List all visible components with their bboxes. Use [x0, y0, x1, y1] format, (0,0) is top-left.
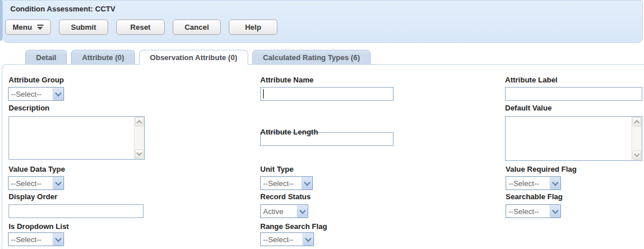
chevron-down-icon[interactable] [53, 177, 63, 189]
menu-dropdown-icon [37, 25, 43, 30]
default-value-textarea-wrapper [505, 116, 642, 161]
attribute-length-label: Attribute Length [260, 128, 318, 136]
default-value-label: Default Value [505, 104, 552, 112]
attribute-label-label: Attribute Label [505, 76, 558, 84]
display-order-label: Display Order [9, 192, 57, 201]
chevron-down-icon[interactable] [53, 88, 63, 100]
chevron-up-icon[interactable] [633, 117, 641, 127]
chevron-down-icon[interactable] [301, 177, 312, 189]
menu-button[interactable]: Menu [5, 19, 51, 35]
value-required-flag-select[interactable]: --Select-- [506, 176, 561, 190]
unit-type-select[interactable]: --Select-- [260, 176, 313, 190]
chevron-down-icon[interactable] [135, 149, 144, 159]
attribute-name-input[interactable] [260, 87, 393, 101]
attribute-group-select[interactable]: --Select-- [8, 87, 64, 101]
display-order-input[interactable] [9, 204, 144, 218]
value-data-type-select[interactable]: --Select-- [8, 176, 64, 190]
is-dropdown-list-select[interactable]: --Select-- [8, 232, 64, 246]
tab-calculated-rating-types[interactable]: Calculated Rating Types (6) [252, 50, 371, 64]
reset-button[interactable]: Reset [116, 19, 165, 35]
tab-attribute[interactable]: Attribute (0) [71, 50, 135, 64]
is-dropdown-list-select-value: --Select-- [11, 235, 41, 244]
is-dropdown-list-label: Is Dropdown List [9, 222, 69, 231]
help-button[interactable]: Help [229, 19, 277, 35]
description-textarea[interactable] [9, 117, 134, 159]
tab-observation-attribute[interactable]: Observation Attribute (0) [139, 50, 248, 65]
chevron-up-icon[interactable] [135, 117, 144, 127]
submit-button[interactable]: Submit [59, 19, 108, 35]
chevron-down-icon[interactable] [53, 233, 63, 246]
searchable-flag-label: Searchable Flag [506, 192, 563, 201]
unit-type-select-value: --Select-- [263, 179, 293, 188]
value-required-flag-select-value: --Select-- [508, 179, 539, 188]
tab-bar: Detail Attribute (0) Observation Attribu… [25, 50, 371, 64]
chevron-down-icon[interactable] [303, 233, 313, 246]
value-data-type-label: Value Data Type [9, 165, 65, 173]
record-status-select[interactable]: Active [260, 204, 308, 218]
record-status-label: Record Status [260, 192, 311, 201]
record-status-select-value: Active [263, 207, 283, 216]
range-search-flag-select-value: --Select-- [263, 235, 293, 244]
range-search-flag-select[interactable]: --Select-- [260, 232, 314, 246]
toolbar: Menu Submit Reset Cancel Help [5, 19, 277, 35]
header-panel: Condition Assessment: CCTV Menu Submit R… [2, 0, 643, 43]
range-search-flag-label: Range Search Flag [260, 222, 327, 231]
chevron-down-icon[interactable] [550, 205, 560, 218]
searchable-flag-select-value: --Select-- [508, 207, 539, 216]
menu-button-label: Menu [13, 23, 32, 31]
unit-type-label: Unit Type [260, 165, 293, 173]
chevron-down-icon[interactable] [633, 151, 641, 160]
scrollbar[interactable] [631, 117, 642, 160]
tab-detail[interactable]: Detail [25, 50, 67, 64]
attribute-group-label: Attribute Group [9, 76, 64, 84]
description-label: Description [9, 104, 50, 112]
chevron-down-icon[interactable] [550, 177, 560, 189]
attribute-name-label: Attribute Name [260, 76, 313, 84]
condition-assessment-page: Condition Assessment: CCTV Menu Submit R… [0, 0, 644, 249]
description-textarea-wrapper [9, 116, 145, 160]
text-cursor [263, 89, 264, 98]
value-data-type-select-value: --Select-- [11, 179, 41, 188]
searchable-flag-select[interactable]: --Select-- [506, 204, 561, 218]
value-required-flag-label: Value Required Flag [506, 165, 577, 173]
attribute-label-input[interactable] [505, 87, 642, 101]
cancel-button[interactable]: Cancel [173, 19, 221, 35]
chevron-down-icon[interactable] [297, 205, 308, 218]
attribute-group-select-value: --Select-- [11, 90, 41, 98]
default-value-textarea[interactable] [506, 117, 632, 160]
page-title: Condition Assessment: CCTV [10, 5, 116, 13]
scrollbar[interactable] [134, 117, 144, 159]
